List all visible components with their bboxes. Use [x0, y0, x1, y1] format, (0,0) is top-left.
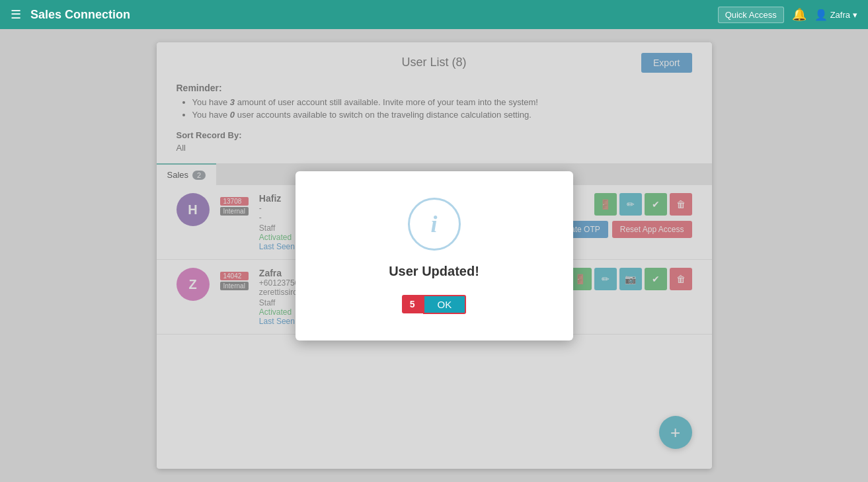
modal-box: i User Updated! 5 OK: [296, 171, 573, 341]
bell-icon[interactable]: 🔔: [792, 7, 807, 22]
modal-step-badge: 5: [402, 295, 423, 313]
modal-info-icon: i: [430, 210, 437, 238]
modal-ok-wrapper: 5 OK: [402, 295, 466, 314]
user-menu[interactable]: 👤 Zafra ▾: [814, 9, 857, 21]
menu-icon[interactable]: ☰: [11, 7, 21, 22]
main-content: User List (8) Export Reminder: You have …: [0, 29, 868, 482]
modal-info-icon-circle: i: [408, 198, 461, 251]
page-card: User List (8) Export Reminder: You have …: [157, 42, 712, 469]
user-name-label: Zafra: [830, 10, 850, 20]
user-icon: 👤: [814, 9, 828, 21]
modal-ok-button[interactable]: OK: [423, 295, 467, 314]
header: ☰ Sales Connection Quick Access 🔔 👤 Zafr…: [0, 0, 868, 29]
modal-overlay: i User Updated! 5 OK: [157, 42, 712, 469]
chevron-down-icon: ▾: [853, 10, 857, 20]
modal-title: User Updated!: [389, 264, 479, 279]
app-title: Sales Connection: [30, 8, 130, 22]
header-right: Quick Access 🔔 👤 Zafra ▾: [718, 7, 857, 23]
quick-access-button[interactable]: Quick Access: [718, 7, 784, 23]
